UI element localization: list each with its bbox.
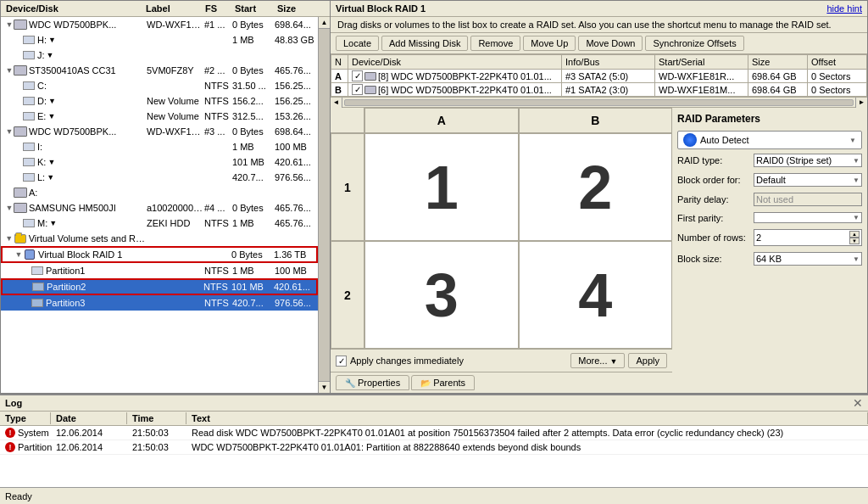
hscroll-right-btn[interactable]: ►	[855, 98, 867, 108]
status-bar: Ready	[0, 487, 868, 504]
log-row[interactable]: ! Partition 12.06.2014 21:50:03 WDC WD75…	[0, 440, 868, 455]
list-item[interactable]: C: NTFS 31.50 ... 156.25...	[1, 78, 318, 93]
folder-icon	[14, 232, 27, 244]
list-item[interactable]: Partition2 NTFS 101 MB 420.61...	[1, 278, 318, 295]
apply-changes-checkbox-container[interactable]: Apply changes immediately	[336, 356, 464, 367]
list-item[interactable]: L: ▼ 420.7... 976.56...	[1, 170, 318, 185]
part-icon	[22, 80, 36, 92]
size-cell: 156.25...	[275, 96, 317, 106]
row-offset-a: 0 Sectors	[808, 70, 867, 83]
block-order-select[interactable]: Default ▼	[754, 173, 862, 187]
apply-button[interactable]: Apply	[628, 353, 667, 368]
parents-tab[interactable]: 📂 Parents	[411, 375, 475, 390]
size-cell: 698.64...	[275, 20, 317, 30]
hide-hint-link[interactable]: hide hint	[826, 3, 862, 14]
remove-button[interactable]: Remove	[470, 36, 520, 51]
list-item[interactable]: Partition3 NTFS 420.7... 976.56...	[1, 295, 318, 311]
scroll-down-btn[interactable]: ▼	[319, 381, 330, 393]
left-panel: Device/Disk Label FS Start Size ▼ WDC WD…	[0, 0, 331, 394]
apply-changes-checkbox[interactable]	[336, 356, 347, 367]
start-cell: 1 MB	[232, 218, 275, 228]
tree-container[interactable]: ▼ WDC WD7500BPK... WD-WXF1E... #1 ... 0 …	[1, 17, 318, 393]
log-close-button[interactable]: ✕	[853, 397, 863, 409]
locate-button[interactable]: Locate	[336, 36, 379, 51]
expand-icon[interactable]: ▼	[5, 66, 14, 75]
tree-scrollbar[interactable]: ▲ ▼	[318, 17, 330, 393]
part-icon	[22, 110, 36, 122]
first-parity-select[interactable]: ▼	[754, 212, 862, 223]
list-item[interactable]: ▼ WDC WD7500BPK... WD-WXF1E... #3 ... 0 …	[1, 124, 318, 139]
list-item[interactable]: Partition1 NTFS 1 MB 100 MB	[1, 263, 318, 278]
auto-detect-button[interactable]: Auto Detect ▼	[677, 131, 862, 149]
device-name: M:	[37, 218, 47, 228]
num-rows-input[interactable]: 2 ▲ ▼	[754, 229, 862, 246]
device-name: WDC WD7500BPK...	[29, 126, 116, 137]
log-th-time: Time	[127, 412, 186, 424]
scroll-up-btn[interactable]: ▲	[319, 17, 330, 29]
hscroll-left-btn[interactable]: ◄	[331, 98, 342, 108]
raid-grid: A B 1 1 2 2 3 4	[331, 108, 672, 349]
params-title: RAID Parameters	[677, 113, 862, 125]
raid-type-arrow: ▼	[853, 157, 860, 165]
disk-icon	[14, 202, 27, 214]
raid-header: Virtual Block RAID 1 hide hint	[331, 1, 867, 17]
list-item[interactable]: D: ▼ New Volume NTFS 156.2... 156.25...	[1, 93, 318, 109]
size-cell: 420.61...	[275, 157, 317, 167]
table-row[interactable]: B [6] WDC WD7500BPKT-22PK4T0 01.01... #1…	[331, 83, 867, 97]
list-item[interactable]: E: ▼ New Volume NTFS 312.5... 153.26...	[1, 109, 318, 124]
part-icon	[31, 265, 44, 277]
raid-tabs: 🔧 Properties 📂 Parents	[331, 372, 672, 393]
table-row[interactable]: A [8] WDC WD7500BPKT-22PK4T0 01.01... #3…	[331, 70, 867, 83]
left-panel-header: Device/Disk Label FS Start Size	[1, 1, 330, 17]
expand-icon[interactable]: ▼	[5, 127, 14, 136]
table-hscroll[interactable]: ◄ ►	[331, 97, 867, 107]
start-cell: 156.2...	[232, 96, 275, 106]
list-item[interactable]: I: 1 MB 100 MB	[1, 139, 318, 154]
properties-icon: 🔧	[345, 378, 355, 388]
num-rows-value: 2	[756, 232, 761, 243]
more-button[interactable]: More... ▼	[570, 353, 625, 368]
raid-type-select[interactable]: RAID0 (Stripe set) ▼	[754, 154, 862, 167]
th-size: Size	[748, 55, 808, 70]
col-header-a: A	[364, 108, 519, 133]
row-checkbox-a[interactable]	[352, 70, 363, 81]
list-item[interactable]: A:	[1, 185, 318, 200]
device-name: Virtual Volume sets and RA...	[29, 233, 147, 244]
part-icon	[22, 217, 36, 229]
log-table-header: Type Date Time Text	[0, 412, 868, 426]
num-rows-down-btn[interactable]: ▼	[849, 238, 860, 244]
list-item[interactable]: M: ▼ ZEKI HDD NTFS 1 MB 465.76...	[1, 216, 318, 231]
num-rows-spinner[interactable]: ▲ ▼	[849, 231, 860, 244]
expand-icon[interactable]: ▼	[5, 234, 14, 243]
expand-icon[interactable]: ▼	[5, 204, 14, 212]
log-row[interactable]: ! System 12.06.2014 21:50:03 Read disk W…	[0, 426, 868, 440]
list-item[interactable]: J: ▼	[1, 48, 318, 63]
row-device-a: [8] WDC WD7500BPKT-22PK4T0 01.01...	[348, 70, 562, 83]
row-checkbox-b[interactable]	[352, 84, 363, 95]
start-cell: 0 Bytes	[232, 203, 275, 213]
block-size-select[interactable]: 64 KB ▼	[754, 252, 862, 266]
row-serial-b: WD-WXF1E81M...	[655, 83, 748, 97]
raid-visual-container: A B 1 1 2 2 3 4	[331, 108, 672, 393]
move-up-button[interactable]: Move Up	[523, 36, 576, 51]
expand-icon[interactable]: ▼	[14, 250, 23, 259]
left-scroll-container: ▼ WDC WD7500BPK... WD-WXF1E... #1 ... 0 …	[1, 17, 330, 393]
list-item[interactable]: K: ▼ 101 MB 420.61...	[1, 154, 318, 170]
virtual-raid-item[interactable]: ▼ Virtual Block RAID 1 0 Bytes 1.36 TB	[1, 246, 318, 263]
expand-icon[interactable]: ▼	[5, 20, 14, 29]
list-item[interactable]: H: ▼ 1 MB 48.83 GB	[1, 32, 318, 48]
sync-offsets-button[interactable]: Synchronize Offsets	[645, 36, 743, 51]
autodetect-icon	[683, 133, 697, 147]
part-icon	[22, 95, 36, 107]
list-item[interactable]: ▼ SAMSUNG HM500JI a100200000... #4 ... 0…	[1, 200, 318, 216]
raid-body: A B 1 1 2 2 3 4	[331, 108, 867, 393]
fs-cell: NTFS	[204, 266, 232, 276]
size-cell: 976.56...	[275, 298, 317, 308]
properties-tab[interactable]: 🔧 Properties	[336, 375, 409, 390]
move-down-button[interactable]: Move Down	[578, 36, 643, 51]
list-item[interactable]: ▼ Virtual Volume sets and RA...	[1, 231, 318, 246]
list-item[interactable]: ▼ WDC WD7500BPK... WD-WXF1E... #1 ... 0 …	[1, 17, 318, 32]
list-item[interactable]: ▼ ST3500410AS CC31 5VM0FZ8Y #2 ... 0 Byt…	[1, 63, 318, 78]
add-missing-disk-button[interactable]: Add Missing Disk	[381, 36, 468, 51]
num-rows-up-btn[interactable]: ▲	[849, 231, 860, 238]
